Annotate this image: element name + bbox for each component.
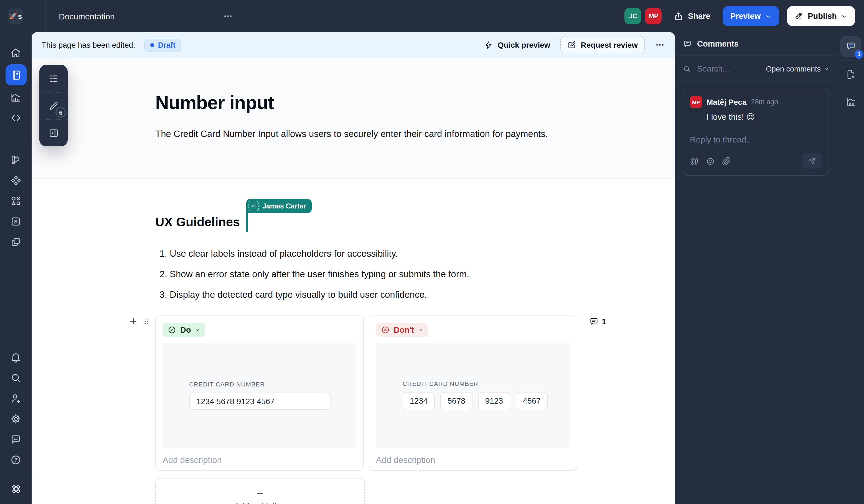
- do-label: Do: [180, 325, 191, 334]
- left-sidebar: S: [0, 32, 32, 504]
- sidebar-item-search[interactable]: [9, 370, 23, 385]
- documentation-tab[interactable]: Documentation: [46, 0, 242, 32]
- send-reply-button[interactable]: [802, 154, 822, 169]
- request-review-button[interactable]: Request review: [560, 37, 645, 53]
- dont-description-placeholder[interactable]: Add description: [376, 455, 570, 465]
- draft-label: Draft: [158, 41, 176, 49]
- sidebar-item-home[interactable]: [9, 46, 23, 60]
- sidebar-item-invite[interactable]: [9, 391, 23, 405]
- bell-icon: [10, 351, 22, 363]
- rocket-emoji-icon: 🚀: [9, 13, 17, 20]
- do-description-placeholder[interactable]: Add description: [163, 455, 357, 465]
- comments-panel: Comments Open comments MP Matěj Peca 28m…: [675, 32, 837, 504]
- do-badge[interactable]: Do: [163, 323, 205, 337]
- comments-search-input[interactable]: [696, 64, 761, 74]
- rail-analytics-section: [837, 88, 864, 115]
- credit-card-segment: 9123: [478, 392, 510, 410]
- rail-comments-button[interactable]: 1: [840, 36, 861, 57]
- attach-button[interactable]: [722, 157, 731, 166]
- sidebar-item-assets[interactable]: [9, 193, 23, 208]
- rocket-icon: [794, 12, 803, 21]
- sidebar-item-components[interactable]: [9, 173, 23, 188]
- copy-icon: [10, 236, 22, 248]
- dont-badge[interactable]: Don't: [376, 323, 428, 337]
- emoji-button[interactable]: [706, 157, 715, 166]
- block-gutter: [129, 316, 150, 326]
- collapse-panel-button[interactable]: [39, 119, 68, 146]
- comment-divider: [690, 129, 822, 129]
- rail-page-settings-button[interactable]: [845, 69, 856, 80]
- rail-analytics-button[interactable]: [845, 96, 856, 107]
- sidebar-item-code[interactable]: [9, 110, 23, 125]
- sidebar-item-analytics[interactable]: [9, 90, 23, 104]
- reply-actions: @: [690, 154, 822, 169]
- paperclip-icon: [722, 157, 731, 166]
- sidebar-item-feedback[interactable]: [9, 432, 23, 446]
- publish-button[interactable]: Publish: [787, 6, 855, 26]
- diamonds-icon: [10, 175, 22, 186]
- reply-input[interactable]: [690, 135, 822, 144]
- quick-preview-button[interactable]: Quick preview: [484, 40, 550, 49]
- sidebar-item-themes[interactable]: [9, 153, 23, 167]
- comments-filter-dropdown[interactable]: Open comments: [766, 64, 829, 73]
- credit-card-segment: 4567: [516, 392, 548, 410]
- block-comment-count: 1: [602, 317, 606, 326]
- quick-preview-label: Quick preview: [498, 40, 550, 49]
- smiley-icon: [706, 157, 715, 166]
- page-title: Number input: [155, 92, 653, 114]
- draft-status-badge[interactable]: Draft: [144, 38, 182, 51]
- comments-unread-badge: 1: [855, 50, 863, 59]
- comment-thread-card[interactable]: MP Matěj Peca 28m ago I love this! 😍 @: [683, 89, 829, 176]
- rail-page-settings-section: [837, 61, 864, 88]
- block-comment-indicator[interactable]: 1: [589, 316, 606, 327]
- segmented-inputs: 1234 5678 9123 4567: [403, 392, 570, 410]
- do-example-preview: CREDIT CARD NUMBER 1234 5678 9123 4567: [163, 343, 357, 448]
- credit-card-segment: 1234: [403, 392, 435, 410]
- avatar-jc[interactable]: JC: [625, 8, 641, 24]
- add-guideline-button[interactable]: Add guideline: [155, 479, 365, 504]
- svg-text:?: ?: [14, 457, 17, 463]
- code-icon: [10, 112, 22, 123]
- supernova-logo[interactable]: [9, 482, 23, 496]
- document-scroll-area[interactable]: Number input The Credit Card Number Inpu…: [32, 58, 675, 504]
- drag-handle[interactable]: [142, 316, 150, 326]
- send-icon: [808, 157, 816, 165]
- user-plus-icon: [10, 392, 22, 404]
- dont-card: Don't CREDIT CARD NUMBER 1234 5678 9123 …: [369, 315, 577, 471]
- sidebar-item-settings[interactable]: [9, 411, 23, 426]
- comment-bubble-icon: [683, 39, 692, 49]
- banner-more-button[interactable]: [655, 40, 665, 50]
- svg-text:S: S: [14, 218, 17, 224]
- avatar-mp[interactable]: MP: [645, 8, 662, 24]
- supernova-knot-icon: [9, 482, 23, 496]
- sidebar-item-storybook[interactable]: S: [9, 214, 23, 228]
- outline-toggle-button[interactable]: [39, 65, 68, 92]
- workspace-logo[interactable]: 🚀 s: [8, 8, 23, 24]
- comments-filter-label: Open comments: [766, 64, 821, 73]
- chevron-down-icon: [765, 13, 771, 19]
- draft-dot-icon: [150, 43, 154, 47]
- guidelines-list: Use clear labels instead of placeholders…: [155, 247, 653, 302]
- share-button[interactable]: Share: [674, 11, 710, 21]
- edits-button[interactable]: 6: [39, 92, 68, 119]
- file-gear-icon: [845, 69, 856, 80]
- sidebar-item-notifications[interactable]: [9, 350, 23, 364]
- workspace-logo-letter: s: [18, 12, 22, 20]
- page-intro: The Credit Card Number Input allows user…: [155, 127, 570, 141]
- gear-icon: [10, 413, 22, 424]
- page-hero: Number input The Credit Card Number Inpu…: [32, 58, 675, 179]
- tab-title: Documentation: [59, 11, 115, 21]
- comment-bubble-icon: [845, 41, 856, 51]
- guideline-item: Use clear labels instead of placeholders…: [170, 247, 653, 261]
- notebook-icon: [10, 69, 22, 81]
- mention-button[interactable]: @: [690, 157, 699, 166]
- do-card: Do CREDIT CARD NUMBER 1234 5678 9123 456…: [155, 315, 364, 471]
- sidebar-item-duplicates[interactable]: [9, 235, 23, 249]
- search-icon: [683, 64, 691, 73]
- sidebar-item-documentation[interactable]: [5, 64, 26, 85]
- add-block-button[interactable]: [129, 316, 138, 326]
- sidebar-item-help[interactable]: ?: [9, 453, 23, 467]
- topbar-actions: JC MP Share Preview Publish: [625, 6, 864, 26]
- preview-button[interactable]: Preview: [723, 6, 779, 26]
- tab-more-button[interactable]: [223, 11, 233, 21]
